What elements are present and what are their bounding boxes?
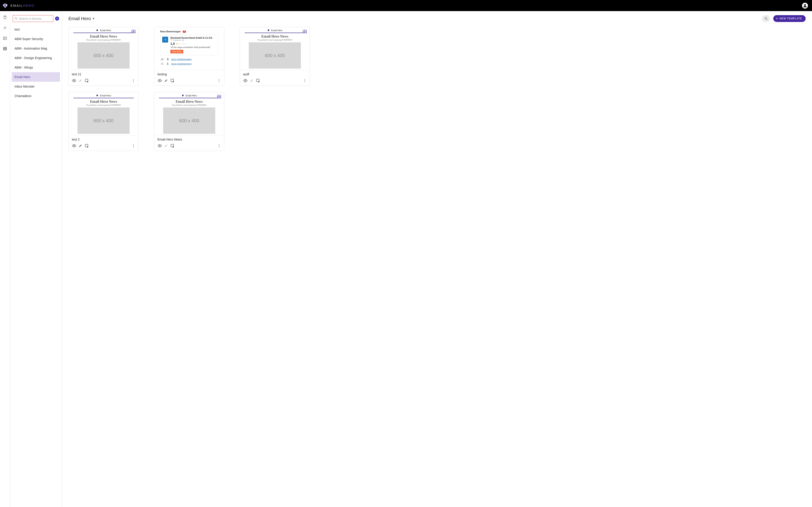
edit-button[interactable] [77,143,84,149]
company-logo: ר [162,37,168,43]
topbar: EMAILHERO [0,0,812,11]
svg-point-10 [15,18,16,19]
template-card: Email Hero Email Hero News The publisher… [154,92,224,151]
read-now-button: Jetzt lesen [170,50,183,53]
brand-search-field[interactable] [13,15,53,22]
pencil-icon [79,144,83,148]
preview-headline: Email Hero News [261,35,289,39]
template-thumbnail[interactable]: Email Hero Email Hero News The publisher… [69,27,139,70]
account-avatar[interactable] [802,3,808,9]
chevron-down-icon: ▼ [92,17,95,20]
sidebar-brand-item[interactable]: test [12,25,60,34]
template-card: Neue Bewertungen 3 ר Randstad Deutschlan… [154,27,224,86]
sidebar-brand-item[interactable]: ABM - Automation Mag [12,44,60,53]
note-icon [85,78,89,83]
template-preview: Email Hero Email Hero News The publisher… [70,29,137,69]
preview-button[interactable] [157,77,163,84]
sidebar-brand-item[interactable]: Email Hero [12,72,60,82]
template-thumbnail[interactable]: Email Hero Email Hero News The publisher… [240,27,310,70]
search-icon [15,17,17,20]
preview-button[interactable] [71,143,77,149]
master-template-icon [217,95,222,99]
logo-diamond-icon [2,3,8,9]
template-preview: Email Hero Email Hero News The publisher… [241,29,308,69]
clipboard-icon [3,15,7,19]
diamond-icon [267,29,270,32]
company-name: Randstad Deutschland GmbH & Co KG [170,37,216,39]
template-actions [69,143,139,149]
more-vertical-icon [132,78,136,82]
money-icon [160,58,164,61]
edit-button [163,143,169,149]
rail-grid[interactable] [2,46,8,51]
preview-button[interactable] [242,77,249,84]
preview-placeholder: 600 x 400 [78,108,130,134]
edit-button[interactable] [163,77,169,84]
more-button[interactable] [302,77,308,84]
preview-headline: Email Hero News [90,35,117,39]
template-card: Email Hero Email Hero News The publisher… [68,27,139,86]
brand-title-dropdown[interactable]: Email Hero ▼ [68,16,95,21]
sidebar-brand-item[interactable]: ABM - Wings [12,63,60,72]
template-thumbnail[interactable]: Neue Bewertungen 3 ר Randstad Deutschlan… [154,27,224,70]
note-button[interactable] [84,77,90,84]
more-button[interactable] [216,77,222,84]
master-template-icon [131,30,136,34]
note-icon [170,78,175,83]
pencil-icon [250,78,254,82]
preview-headline: Email Hero News [90,100,117,104]
rail-clipboard[interactable] [2,15,8,20]
note-button[interactable] [255,77,261,84]
rail-tools[interactable] [2,25,8,31]
template-preview: Email Hero Email Hero News The publisher… [156,94,223,134]
more-button[interactable] [130,143,137,149]
template-grid: Email Hero Email Hero News The publisher… [68,27,806,151]
template-search-button[interactable] [762,15,770,22]
new-template-button[interactable]: + NEW TEMPLATE [773,15,806,22]
template-thumbnail[interactable]: Email Hero Email Hero News The publisher… [69,92,139,135]
brand-search-input[interactable] [19,17,51,20]
template-title: test 2 [69,135,139,143]
edit-button [77,77,84,84]
more-button[interactable] [216,143,222,149]
review-score: 1,6 [170,42,175,46]
preview-brand-label: Email Hero [100,94,111,97]
sidebar-brand-item[interactable]: Chamaileon [12,91,60,101]
review-count-badge: 3 [183,31,186,33]
stat-link: Neue Kulturbewertung [171,63,192,65]
template-actions [154,143,224,149]
app-logo-text: EMAILHERO [10,4,35,7]
pencil-icon [164,144,168,148]
template-thumbnail[interactable]: Email Hero Email Hero News The publisher… [154,92,224,135]
note-button[interactable] [84,143,90,149]
template-preview: Neue Bewertungen 3 ר Randstad Deutschlan… [156,29,223,67]
sidebar-brand-item[interactable]: ABM - Design Engineering [12,53,60,63]
preview-headline: Email Hero News [175,100,203,104]
nav-rail [0,11,10,507]
preview-button[interactable] [157,143,163,149]
page-title: Email Hero [68,16,91,21]
main-header: Email Hero ▼ + NEW TEMPLATE [68,15,806,22]
more-vertical-icon [217,144,221,148]
rail-layout[interactable] [2,36,8,41]
people-icon [160,62,164,65]
layout-icon [3,36,7,40]
diamond-icon [96,94,99,97]
svg-line-11 [16,19,17,20]
note-button[interactable] [169,143,175,149]
app-logo[interactable]: EMAILHERO [2,3,35,9]
add-brand-button[interactable]: + [55,16,59,20]
preview-placeholder: 600 x 400 [163,108,215,134]
stat-link: Neue Gehaltsangaben [171,58,192,60]
diamond-icon [96,29,99,32]
note-button[interactable] [169,77,175,84]
new-template-label: NEW TEMPLATE [779,17,802,20]
more-vertical-icon [217,78,221,82]
preview-button[interactable] [71,77,77,84]
template-actions [154,77,224,84]
preview-placeholder: 600 x 400 [78,42,130,69]
sidebar-brand-item[interactable]: Inbox Monster [12,82,60,91]
more-button[interactable] [130,77,137,84]
template-title: asdf [240,70,310,77]
sidebar-brand-item[interactable]: ABM Super Security [12,34,60,44]
